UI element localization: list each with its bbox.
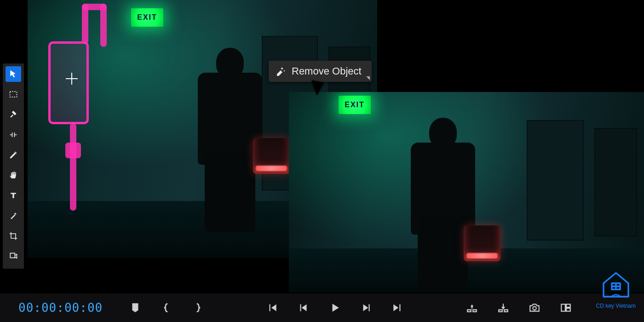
marquee-icon <box>9 90 18 99</box>
hand-icon <box>9 171 18 180</box>
lift-icon <box>466 302 478 314</box>
object-selection-mask[interactable] <box>70 123 76 211</box>
submenu-triangle-icon <box>366 76 370 80</box>
extract-icon <box>497 302 509 314</box>
svg-point-3 <box>533 306 536 310</box>
timecode-display[interactable]: 00:00:00:00 <box>18 301 103 315</box>
extract-button[interactable] <box>495 300 511 316</box>
ripple-icon <box>9 130 18 139</box>
cursor-icon <box>9 69 18 79</box>
svg-rect-1 <box>300 304 301 311</box>
scene-after: EXIT <box>289 92 644 293</box>
svg-rect-0 <box>10 92 17 97</box>
panel-layout-button[interactable] <box>558 300 574 316</box>
brace-left-icon <box>161 302 172 314</box>
crop-icon <box>9 231 18 241</box>
go-to-out-button[interactable] <box>390 300 405 316</box>
pen-icon <box>9 150 18 160</box>
wand-icon <box>9 211 18 220</box>
app-root: EXIT EXIT <box>0 0 644 322</box>
exit-sign: EXIT <box>339 96 371 114</box>
svg-rect-2 <box>369 304 370 311</box>
ripple-edit-tool[interactable] <box>6 127 21 143</box>
step-back-button[interactable] <box>296 300 311 316</box>
exit-sign: EXIT <box>131 8 163 27</box>
brace-right-icon <box>192 302 204 314</box>
crosshair-cursor-icon <box>66 73 78 85</box>
marquee-tool[interactable] <box>6 86 21 102</box>
briefcase <box>253 138 290 174</box>
svg-rect-5 <box>566 304 570 307</box>
razor-tool[interactable] <box>6 107 21 122</box>
sparkle-eraser-icon <box>275 66 286 77</box>
selection-tool[interactable] <box>6 66 21 82</box>
hand-tool[interactable] <box>6 167 21 183</box>
go-to-in-button[interactable] <box>264 300 280 316</box>
type-icon <box>9 191 18 200</box>
left-toolbar <box>3 63 24 269</box>
add-marker-button[interactable] <box>127 300 143 316</box>
export-tool[interactable] <box>6 248 21 264</box>
export-icon <box>9 252 18 261</box>
marker-icon <box>129 302 141 314</box>
play-button[interactable] <box>327 300 343 316</box>
mark-out-button[interactable] <box>190 300 206 316</box>
play-icon <box>329 302 341 314</box>
snapshot-button[interactable] <box>527 300 542 316</box>
svg-rect-6 <box>566 308 570 311</box>
magic-wand-tool[interactable] <box>6 208 21 224</box>
transport-bar: 00:00:00:00 <box>0 293 644 322</box>
type-tool[interactable] <box>6 188 21 203</box>
person-silhouette <box>404 118 482 293</box>
pen-tool[interactable] <box>6 147 21 163</box>
crop-tool[interactable] <box>6 228 21 244</box>
go-out-icon <box>391 302 403 314</box>
remove-object-label: Remove Object <box>292 65 362 77</box>
object-selection-mask[interactable] <box>100 4 107 47</box>
mark-in-button[interactable] <box>159 300 174 316</box>
object-selection-mask[interactable] <box>65 143 81 158</box>
step-forward-icon <box>360 302 372 314</box>
preview-after-panel[interactable]: EXIT <box>289 92 644 293</box>
layout-icon <box>560 302 572 314</box>
go-in-icon <box>266 302 278 314</box>
razor-icon <box>9 110 18 119</box>
step-back-icon <box>298 302 310 314</box>
svg-rect-4 <box>561 304 565 311</box>
camera-icon <box>529 302 540 314</box>
step-forward-button[interactable] <box>358 300 374 316</box>
lift-button[interactable] <box>464 300 480 316</box>
briefcase <box>464 225 500 261</box>
